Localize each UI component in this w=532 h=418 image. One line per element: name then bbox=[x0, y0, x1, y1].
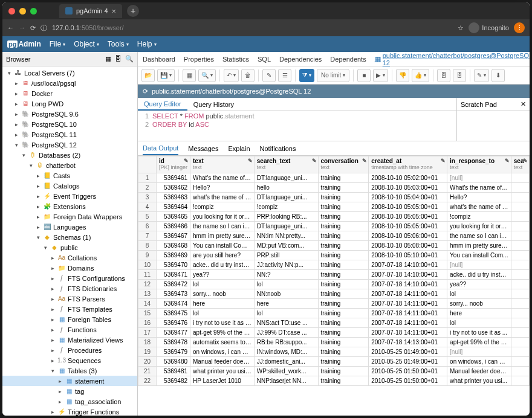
tree-node[interactable]: ▸⚡Trigger Functions bbox=[2, 407, 137, 416]
table-row[interactable]: 175369477apt-get 99% of the time works t… bbox=[138, 328, 530, 338]
tree-node[interactable]: ▸⚡Event Triggers bbox=[2, 191, 137, 201]
tree-node[interactable]: ▾🖧Local Servers (7) bbox=[2, 68, 137, 78]
close-scratch-icon[interactable]: ✕ bbox=[521, 100, 526, 108]
tree-node[interactable]: ▸🐘PostgreSQL 11 bbox=[2, 129, 137, 140]
browser-tab[interactable]: pgAdmin 4 × bbox=[59, 4, 122, 18]
tree-node[interactable]: ▸🖥Long PWD bbox=[2, 98, 137, 109]
tree-node[interactable]: ▸▦tag_association bbox=[2, 396, 137, 407]
rollback-button[interactable]: 🗄 bbox=[453, 69, 466, 82]
copy-button[interactable]: ▦ bbox=[183, 69, 196, 82]
subtab-dashboard[interactable]: Dashboard bbox=[143, 56, 175, 63]
sidebar-tool-search-icon[interactable]: 🔍 bbox=[125, 55, 134, 63]
new-tab-button[interactable]: + bbox=[127, 5, 139, 17]
nav-back-icon[interactable]: ← bbox=[7, 24, 14, 31]
explain-button[interactable]: 👎 bbox=[396, 69, 409, 82]
tree-node[interactable]: ▸ƒFTS Configurations bbox=[2, 273, 137, 283]
limit-select[interactable]: No limit▾ bbox=[317, 69, 349, 82]
minimize-window-button[interactable] bbox=[19, 8, 26, 14]
bookmark-star-icon[interactable]: ☆ bbox=[458, 24, 464, 32]
browser-menu-button[interactable]: ⋮ bbox=[514, 22, 525, 33]
tree-node[interactable]: ▸▦statement bbox=[2, 376, 137, 386]
menu-help[interactable]: Help▾ bbox=[137, 40, 157, 48]
tree-node[interactable]: ▸1.3Sequences bbox=[2, 355, 137, 365]
save-file-button[interactable]: 💾▾ bbox=[157, 69, 175, 82]
open-file-button[interactable]: 📂 bbox=[141, 69, 155, 82]
tree-node[interactable]: ▸▦tag bbox=[2, 386, 137, 396]
table-row[interactable]: 215369481what printer you using?WP:skill… bbox=[138, 367, 530, 376]
object-tree[interactable]: ▾🖧Local Servers (7)▸🖥/usr/local/pgsql▸🖥D… bbox=[2, 66, 137, 416]
table-row[interactable]: 35369463what's the name of the compiz ma… bbox=[138, 193, 530, 202]
table-row[interactable]: 75369467hmm im pretty sure its under add… bbox=[138, 231, 530, 241]
stop-button[interactable]: ■ bbox=[357, 69, 371, 82]
tree-node[interactable]: ▾▦Tables (3) bbox=[2, 365, 137, 376]
reload-icon[interactable]: ⟳ bbox=[30, 24, 36, 32]
table-row[interactable]: 155369475lolloltraining2007-07-18 14:11:… bbox=[138, 309, 530, 318]
tree-node[interactable]: ▸ƒFTS Templates bbox=[2, 304, 137, 314]
tree-node[interactable]: ▸AaFTS Parsers bbox=[2, 294, 137, 304]
table-row[interactable]: 135369473sorry... noobNN:noobtraining200… bbox=[138, 289, 530, 299]
table-row[interactable]: 25369462Hello?hellotraining2008-10-10 05… bbox=[138, 183, 530, 193]
table-row[interactable]: 55369465you looking for it or just want … bbox=[138, 212, 530, 222]
tree-node[interactable]: ▸▦Materialized Views bbox=[2, 335, 137, 345]
filter-button[interactable]: ⧩▾ bbox=[299, 69, 314, 82]
tree-node[interactable]: ▸🐘PostgreSQL 9.6 bbox=[2, 109, 137, 119]
tree-node[interactable]: ▸🔤Languages bbox=[2, 222, 137, 232]
tree-node[interactable]: ▸📁Domains bbox=[2, 263, 137, 273]
close-tab-icon[interactable]: × bbox=[112, 7, 117, 16]
table-row[interactable]: 225369482HP LaserJet 1010NNP:laserjet NN… bbox=[138, 376, 530, 386]
find-button[interactable]: 🔍▾ bbox=[198, 69, 216, 82]
edit2-button[interactable]: ☰ bbox=[278, 69, 291, 82]
table-row[interactable]: 85369468You can install Compiz by using … bbox=[138, 241, 530, 251]
menu-object[interactable]: Object▾ bbox=[74, 40, 99, 48]
macro-button[interactable]: ✎▾ bbox=[474, 69, 489, 82]
results-grid[interactable]: id[PK] integer✎texttext✎search_texttext✎… bbox=[138, 156, 530, 416]
subtab-dependents[interactable]: Dependents bbox=[330, 56, 366, 63]
execute-button[interactable]: ▶▾ bbox=[373, 69, 388, 82]
menu-tools[interactable]: Tools▾ bbox=[108, 40, 129, 48]
commit-button[interactable]: 🗄 bbox=[437, 69, 450, 82]
table-row[interactable]: 165369476i try not to use it as much as … bbox=[138, 318, 530, 328]
tree-node[interactable]: ▸🧩Extensions bbox=[2, 201, 137, 211]
tree-node[interactable]: ▸📒Catalogs bbox=[2, 181, 137, 191]
edit-button[interactable]: ✎ bbox=[262, 69, 276, 82]
maximize-window-button[interactable] bbox=[30, 8, 37, 14]
tree-node[interactable]: ▸▦Foreign Tables bbox=[2, 314, 137, 324]
tree-node[interactable]: ▸📒Casts bbox=[2, 170, 137, 181]
tree-node[interactable]: ▾◆Schemas (1) bbox=[2, 232, 137, 242]
sidebar-tool-db-icon[interactable]: 🗄 bbox=[115, 55, 122, 63]
tree-node[interactable]: ▸📁Foreign Data Wrappers bbox=[2, 211, 137, 222]
sql-editor[interactable]: 12 SELECT * FROM public.statement ORDER … bbox=[138, 111, 456, 141]
subtab-dependencies[interactable]: Dependencies bbox=[279, 56, 322, 63]
tree-node[interactable]: ▾🛢Databases (2) bbox=[2, 150, 137, 160]
clear-button[interactable]: 🗑 bbox=[241, 69, 255, 82]
table-row[interactable]: 45369464!compiz!compiztraining2008-10-10… bbox=[138, 202, 530, 212]
tree-node[interactable]: ▾🛢chatterbot bbox=[2, 160, 137, 170]
url-field[interactable]: 127.0.0.1:5050/browser/ bbox=[52, 24, 453, 31]
explain-analyze-button[interactable]: 👍▾ bbox=[412, 69, 429, 82]
table-row[interactable]: 105369470acke.. did u try installing fla… bbox=[138, 260, 530, 270]
table-row[interactable]: 125369472lolloltraining2007-07-18 14:10:… bbox=[138, 280, 530, 289]
table-row[interactable]: 205369480Manual feeder does not work for… bbox=[138, 357, 530, 367]
tree-node[interactable]: ▸🖥Docker bbox=[2, 88, 137, 98]
table-row[interactable]: 95369469are you still here?PRP:stilltrai… bbox=[138, 251, 530, 260]
table-row[interactable]: 115369471yea??NN:?training2007-07-18 14:… bbox=[138, 270, 530, 280]
refresh-icon[interactable]: ⟳ bbox=[143, 88, 148, 95]
tree-node[interactable]: ▸ƒFunctions bbox=[2, 324, 137, 335]
table-row[interactable]: 65369466the name so I can install itDT:l… bbox=[138, 222, 530, 231]
query-tool-tab[interactable]: ▦public.statement/chatterbot/postgres@Po… bbox=[375, 52, 530, 66]
editor-tab[interactable]: Query History bbox=[187, 98, 240, 111]
close-window-button[interactable] bbox=[8, 8, 15, 14]
table-row[interactable]: 145369474hereheretraining2007-07-18 14:1… bbox=[138, 299, 530, 309]
sidebar-tool-grid-icon[interactable]: ▦ bbox=[105, 55, 111, 63]
tree-node[interactable]: ▸🖥/usr/local/pgsql bbox=[2, 78, 137, 88]
output-tab[interactable]: Messages bbox=[188, 141, 218, 155]
history-button[interactable]: ↶▾ bbox=[224, 69, 239, 82]
table-row[interactable]: 195369479on windows, i can make my print… bbox=[138, 347, 530, 357]
output-tab[interactable]: Explain bbox=[228, 141, 250, 155]
tree-node[interactable]: ▸ƒFTS Dictionaries bbox=[2, 283, 137, 294]
output-tab[interactable]: Notifications bbox=[260, 141, 296, 155]
tree-node[interactable]: ▾◆public bbox=[2, 242, 137, 252]
editor-tab[interactable]: Query Editor bbox=[138, 98, 187, 111]
subtab-sql[interactable]: SQL bbox=[258, 56, 271, 63]
output-tab[interactable]: Data Output bbox=[143, 141, 178, 155]
